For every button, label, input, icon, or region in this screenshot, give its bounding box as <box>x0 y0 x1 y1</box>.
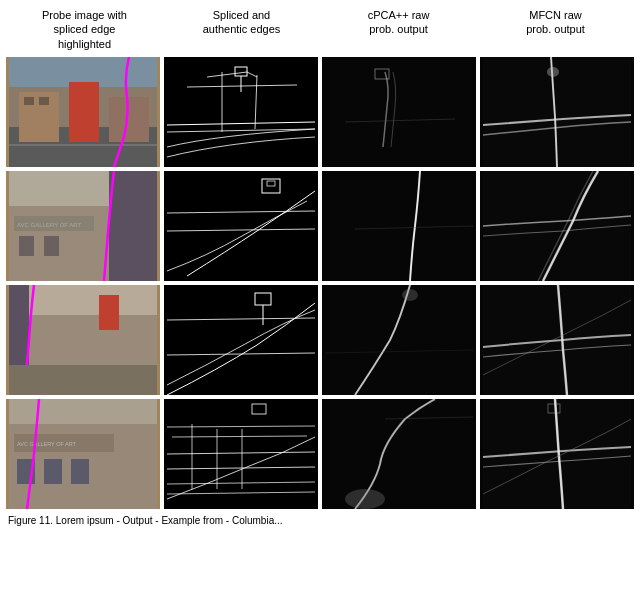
svg-rect-24 <box>109 171 157 281</box>
figure-caption: Figure 11. Lorem ipsum - Output - Exampl… <box>4 515 636 526</box>
cpca-prob-1 <box>322 57 476 167</box>
svg-rect-46 <box>325 285 473 395</box>
cpca-prob-3 <box>322 285 476 395</box>
header-col2: Spliced andauthentic edges <box>163 8 320 51</box>
svg-rect-7 <box>39 97 49 105</box>
svg-rect-69 <box>325 399 473 509</box>
svg-rect-32 <box>325 171 473 281</box>
mfcn-prob-1 <box>480 57 634 167</box>
svg-rect-56 <box>44 459 62 484</box>
edge-image-3 <box>164 285 318 395</box>
image-grid: AVC GALLERY OF ART <box>4 57 636 509</box>
svg-rect-4 <box>69 82 99 142</box>
header-col1: Probe image withspliced edgehighlighted <box>6 8 163 51</box>
svg-rect-9 <box>167 57 315 167</box>
image-row-4: AVC GALLERY OF ART <box>6 399 634 509</box>
svg-text:AVC GALLERY OF ART: AVC GALLERY OF ART <box>17 441 77 447</box>
probe-image-4: AVC GALLERY OF ART <box>6 399 160 509</box>
header-col4: MFCN rawprob. output <box>477 8 634 51</box>
image-row-2: AVC GALLERY OF ART <box>6 171 634 281</box>
image-row-1 <box>6 57 634 167</box>
svg-rect-40 <box>9 365 157 395</box>
edge-image-2 <box>164 171 318 281</box>
mfcn-prob-2 <box>480 171 634 281</box>
svg-rect-29 <box>167 171 315 281</box>
svg-rect-5 <box>109 97 149 142</box>
svg-rect-41 <box>167 285 315 395</box>
probe-image-3 <box>6 285 160 395</box>
cpca-prob-4 <box>322 399 476 509</box>
header-col3: cPCA++ rawprob. output <box>320 8 477 51</box>
svg-point-20 <box>547 67 559 77</box>
svg-point-47 <box>402 289 418 301</box>
svg-rect-16 <box>325 57 473 167</box>
mfcn-prob-3 <box>480 285 634 395</box>
probe-image-2: AVC GALLERY OF ART <box>6 171 160 281</box>
svg-rect-27 <box>19 236 34 256</box>
mfcn-prob-4 <box>480 399 634 509</box>
svg-rect-38 <box>99 295 119 330</box>
probe-image-1 <box>6 57 160 167</box>
edge-image-1 <box>164 57 318 167</box>
column-headers: Probe image withspliced edgehighlighted … <box>4 8 636 51</box>
svg-text:AVC GALLERY OF ART: AVC GALLERY OF ART <box>17 222 82 228</box>
svg-rect-34 <box>483 171 631 281</box>
image-row-3 <box>6 285 634 395</box>
svg-rect-57 <box>71 459 89 484</box>
svg-rect-6 <box>24 97 34 105</box>
svg-point-70 <box>345 489 385 509</box>
cpca-prob-2 <box>322 171 476 281</box>
svg-rect-28 <box>44 236 59 256</box>
edge-image-4 <box>164 399 318 509</box>
main-container: Probe image withspliced edgehighlighted … <box>0 0 640 530</box>
